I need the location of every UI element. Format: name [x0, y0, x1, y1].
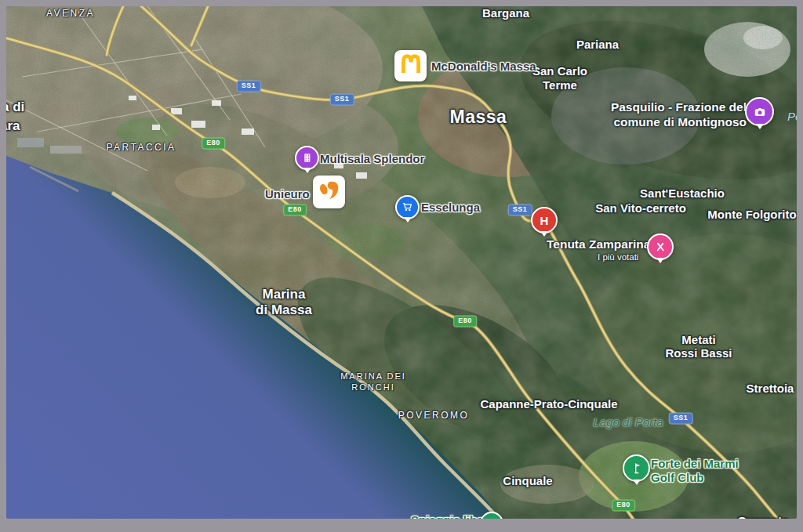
hospital-marker[interactable]: H: [531, 207, 558, 233]
shopping-cart-icon: [401, 201, 414, 214]
cinema-ticket-icon: [300, 151, 314, 165]
label-massa: Massa: [450, 107, 507, 127]
multisala-marker[interactable]: [295, 146, 319, 170]
label-bargana: Bargana: [482, 6, 529, 20]
label-metati-rossi-bassi-line1: Metati: [681, 333, 715, 346]
label-san-carlo-terme-line2: Terme: [543, 78, 577, 92]
label-sant-eustachio: Sant'Eustachio: [640, 186, 725, 200]
label-san-vito-cerreto: San Vito-cerreto: [595, 201, 686, 215]
label-tenuta-zamparina-rating: I più votati: [598, 252, 638, 262]
route-badge-ss1-2: SS1: [330, 94, 354, 106]
label-poveromo: POVEROMO: [398, 411, 470, 422]
unieuro-logo-icon: [315, 176, 343, 208]
label-marina-dei-ronchi-line2: RONCHI: [351, 382, 394, 393]
label-esselunga[interactable]: Esselunga: [421, 201, 480, 214]
label-mcdonalds-massa[interactable]: McDonald's Massa: [431, 60, 536, 73]
label-avenza: AVENZA: [46, 9, 95, 20]
route-badge-e80-2: E80: [283, 204, 307, 216]
label-golf-club-line1[interactable]: Forte dei Marmi: [651, 457, 739, 470]
label-multisala-splendor[interactable]: Multisala Splendor: [320, 152, 424, 165]
pasquilio-photo-marker[interactable]: [745, 97, 774, 126]
label-po-cut: Po: [787, 110, 797, 123]
route-badge-ss1-1: SS1: [237, 81, 261, 92]
satellite-terrain: [6, 6, 797, 519]
label-cinquale: Cinquale: [503, 474, 552, 487]
label-strettoia: Strettoia: [747, 382, 794, 395]
route-badge-ss1-4: SS1: [669, 413, 693, 425]
label-marina-di-carrara-cut-line2: ara: [6, 118, 20, 134]
esselunga-marker[interactable]: [395, 195, 420, 219]
screenshot-root: { "badges": { "ss1": "SS1", "e80": "E80"…: [0, 0, 803, 532]
route-badge-e80-1: E80: [202, 138, 225, 150]
mcdonalds-marker[interactable]: [394, 50, 427, 81]
golf-flag-icon: [629, 461, 644, 476]
label-pasquilio-line2[interactable]: comune di Montignoso: [613, 115, 747, 129]
label-capanne-prato-cinquale: Capanne-Prato-Cinquale: [480, 397, 617, 411]
unieuro-marker[interactable]: [313, 176, 345, 208]
hospital-h-icon: H: [540, 214, 549, 227]
label-unieuro[interactable]: Unieuro: [265, 187, 310, 201]
route-badge-e80-4: E80: [612, 500, 635, 512]
label-pasquilio-line1[interactable]: Pasquilio - Frazione del: [611, 100, 747, 114]
label-lago-di-porta: Lago di Porta: [593, 415, 663, 429]
golf-club-marker[interactable]: [623, 454, 650, 482]
beach-icon: [486, 518, 498, 519]
label-tenuta-zamparina[interactable]: Tenuta Zamparina: [547, 237, 650, 252]
label-marina-di-carrara-cut-line1: a di: [6, 100, 24, 115]
restaurant-icon: [653, 240, 667, 254]
label-querceta-cut: Querceta: [737, 514, 788, 519]
label-marina-dei-ronchi-line1: MARINA DEI: [340, 371, 406, 382]
tenuta-zamparina-marker[interactable]: [647, 233, 674, 260]
label-golf-club-line2[interactable]: Golf Club: [651, 471, 704, 484]
mcdonalds-arches-icon: [398, 52, 424, 80]
label-marina-di-massa-line1: Marina: [263, 287, 306, 302]
label-marina-di-massa-line2: di Massa: [256, 302, 312, 318]
label-san-carlo-terme-line1: San Carlo: [532, 64, 587, 78]
label-monte-folgorito: Monte Folgorito: [707, 208, 796, 221]
label-partaccia: PARTACCIA: [106, 143, 176, 154]
label-pariana: Pariana: [576, 38, 619, 51]
camera-icon: [752, 104, 768, 120]
route-badge-ss1-3: SS1: [508, 204, 532, 216]
label-metati-rossi-bassi-line2: Rossi Bassi: [665, 346, 732, 360]
route-badge-e80-3: E80: [453, 316, 477, 328]
map-canvas[interactable]: AVENZA a di ara Bargana Pariana San Carl…: [6, 6, 797, 519]
